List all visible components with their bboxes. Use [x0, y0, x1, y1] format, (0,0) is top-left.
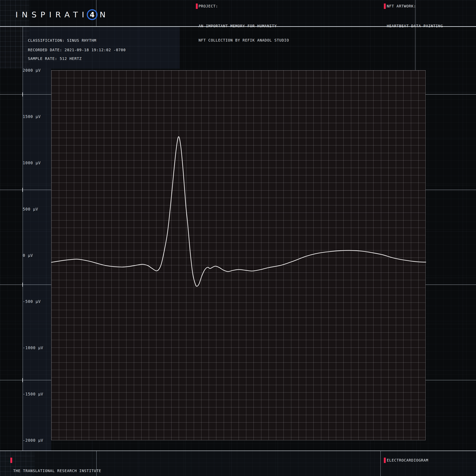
ecg-waveform-svg	[51, 70, 426, 441]
footer-left-text: THE TRANSLATIONAL RESEARCH INSTITUTE FOR…	[13, 458, 101, 476]
ecg-plot-area	[51, 70, 425, 440]
sample-rate-line: SAMPLE RATE: 512 HERTZ	[28, 56, 82, 61]
footer-right-label: ELECTROCARDIOGRAM	[387, 458, 428, 462]
artwork-line-1: HEARTBEAT DATA PAINTING	[387, 24, 443, 28]
artwork-label: NFT ARTWORK:	[387, 3, 416, 9]
logo-circled-four: 4	[87, 9, 98, 20]
project-lines: AN IMPORTANT MEMORY FOR HUMANITY NFT COL…	[199, 14, 289, 52]
project-label: PROJECT:	[199, 3, 218, 9]
project-line-1: AN IMPORTANT MEMORY FOR HUMANITY	[199, 24, 289, 28]
heartbeat-data-painting-canvas: INSPIRATI 4 N PROJECT: AN IMPORTANT MEMO…	[0, 0, 476, 476]
classification-line: CLASSIFICATION: SINUS RHYTHM	[28, 38, 96, 43]
tick-cross-1	[22, 92, 23, 97]
recorded-date-line: RECORDED DATE: 2021-09-18 19:12:02 -0700	[28, 48, 126, 52]
project-line-2: NFT COLLECTION BY REFIK ANADOL STUDIO	[199, 38, 289, 43]
inspiration4-logo: INSPIRATI 4 N	[16, 8, 109, 21]
footer-left-accent-bar	[10, 458, 12, 463]
logo-letters-pre: INSPIRATI	[16, 8, 88, 21]
metadata-panel	[23, 26, 180, 68]
tick-cross-2	[22, 188, 23, 192]
ecg-waveform-trace	[51, 136, 426, 286]
footer-left-line-1: THE TRANSLATIONAL RESEARCH INSTITUTE	[13, 468, 101, 473]
tick-cross-3	[22, 283, 23, 287]
footer-right-accent-bar	[384, 458, 386, 463]
artwork-lines: HEARTBEAT DATA PAINTING	[387, 14, 443, 38]
logo-letters-post: N	[100, 8, 109, 21]
tick-cross-4	[22, 378, 23, 382]
y-axis-sidebar-panel	[23, 26, 51, 451]
artwork-accent-bar	[384, 3, 386, 9]
project-accent-bar	[196, 3, 198, 9]
